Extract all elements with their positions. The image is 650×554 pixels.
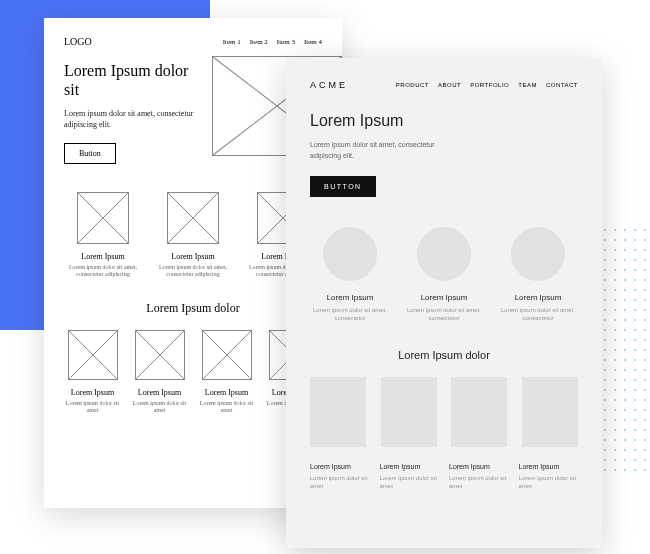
grid-item-title: Lorem Ipsum (64, 388, 121, 397)
grid-item: Lorem Ipsum Lorem ipsum dolor sit amet (64, 330, 121, 414)
nav-item[interactable]: Item 3 (277, 38, 295, 46)
mockup-card: ACME PRODUCT ABOUT PORTFOLIO TEAM CONTAC… (286, 58, 602, 548)
circle-placeholder-icon (323, 227, 377, 281)
nav-item[interactable]: Item 4 (304, 38, 322, 46)
feature-item: Lorem Ipsum Lorem ipsum dolor sit amet, … (404, 227, 484, 323)
rect-placeholder-icon (310, 377, 366, 447)
grid-item-sub: Lorem ipsum dolor sit amet (519, 474, 579, 491)
hero-subtitle: Lorem ipsum dolor sit amet, consectetur … (310, 140, 460, 161)
mockup-grid-row (310, 377, 578, 447)
rect-placeholder-icon (451, 377, 507, 447)
mockup-features-row: Lorem Ipsum Lorem ipsum dolor sit amet, … (310, 227, 578, 323)
image-placeholder-icon (77, 192, 129, 244)
grid-item-sub: Lorem ipsum dolor sit amet (64, 400, 121, 414)
hero-title: Lorem Ipsum dolor sit (64, 61, 194, 99)
rect-placeholder-icon (381, 377, 437, 447)
feature-item: Lorem Ipsum Lorem ipsum dolor sit amet, … (498, 227, 578, 323)
grid-item-sub: Lorem ipsum dolor sit amet (198, 400, 255, 414)
circle-placeholder-icon (511, 227, 565, 281)
mockup-grid-captions: Lorem Ipsum Lorem ipsum dolor sit amet L… (310, 463, 578, 491)
grid-item: Lorem Ipsum Lorem ipsum dolor sit amet (519, 463, 579, 491)
grid-item: Lorem Ipsum Lorem ipsum dolor sit amet (198, 330, 255, 414)
grid-item-title: Lorem Ipsum (310, 463, 370, 470)
feature-title: Lorem Ipsum (64, 252, 142, 261)
wireframe-features-row: Lorem Ipsum Lorem ipsum dolor sit amet, … (64, 192, 322, 278)
feature-sub: Lorem ipsum dolor sit amet, consectetur … (64, 264, 142, 278)
nav-item[interactable]: ABOUT (438, 82, 461, 88)
feature-sub: Lorem ipsum dolor sit amet, consectetur (498, 306, 578, 323)
grid-item-title: Lorem Ipsum (519, 463, 579, 470)
grid-item-sub: Lorem ipsum dolor sit amet (310, 474, 370, 491)
grid-item: Lorem Ipsum Lorem ipsum dolor sit amet (131, 330, 188, 414)
grid-item: Lorem Ipsum Lorem ipsum dolor sit amet (449, 463, 509, 491)
hero-button[interactable]: Button (64, 143, 116, 164)
section-title: Lorem Ipsum dolor (64, 301, 322, 316)
hero-button[interactable]: BUTTON (310, 176, 376, 197)
feature-item: Lorem Ipsum Lorem ipsum dolor sit amet, … (64, 192, 142, 278)
wireframe-logo: LOGO (64, 36, 92, 47)
grid-item: Lorem Ipsum Lorem ipsum dolor sit amet (380, 463, 440, 491)
feature-sub: Lorem ipsum dolor sit amet, consectetur (310, 306, 390, 323)
feature-sub: Lorem ipsum dolor sit amet, consectetur (404, 306, 484, 323)
wireframe-hero: Lorem Ipsum dolor sit Lorem ipsum dolor … (64, 61, 322, 164)
hero-title: Lorem Ipsum (310, 112, 578, 130)
nav-item[interactable]: TEAM (518, 82, 537, 88)
grid-item-title: Lorem Ipsum (131, 388, 188, 397)
grid-item-sub: Lorem ipsum dolor sit amet (449, 474, 509, 491)
feature-title: Lorem Ipsum (498, 293, 578, 302)
nav-item[interactable]: Item 1 (223, 38, 241, 46)
grid-item-sub: Lorem ipsum dolor sit amet (380, 474, 440, 491)
nav-item[interactable]: CONTACT (546, 82, 578, 88)
mockup-header: ACME PRODUCT ABOUT PORTFOLIO TEAM CONTAC… (310, 80, 578, 90)
feature-title: Lorem Ipsum (154, 252, 232, 261)
image-placeholder-icon (167, 192, 219, 244)
grid-item: Lorem Ipsum Lorem ipsum dolor sit amet (310, 463, 370, 491)
image-placeholder-icon (135, 330, 185, 380)
wireframe-header: LOGO Item 1 Item 2 Item 3 Item 4 (64, 36, 322, 47)
image-placeholder-icon (202, 330, 252, 380)
grid-item-sub: Lorem ipsum dolor sit amet (131, 400, 188, 414)
mockup-nav: PRODUCT ABOUT PORTFOLIO TEAM CONTACT (396, 82, 578, 88)
feature-item: Lorem Ipsum Lorem ipsum dolor sit amet, … (310, 227, 390, 323)
feature-item: Lorem Ipsum Lorem ipsum dolor sit amet, … (154, 192, 232, 278)
mockup-logo: ACME (310, 80, 348, 90)
nav-item[interactable]: PRODUCT (396, 82, 429, 88)
grid-item-title: Lorem Ipsum (198, 388, 255, 397)
circle-placeholder-icon (417, 227, 471, 281)
hero-subtitle: Lorem ipsum dolor sit amet, consectetur … (64, 109, 204, 130)
grid-item-title: Lorem Ipsum (449, 463, 509, 470)
feature-title: Lorem Ipsum (310, 293, 390, 302)
rect-placeholder-icon (522, 377, 578, 447)
nav-item[interactable]: PORTFOLIO (470, 82, 509, 88)
wireframe-nav: Item 1 Item 2 Item 3 Item 4 (223, 38, 322, 46)
nav-item[interactable]: Item 2 (250, 38, 268, 46)
image-placeholder-icon (68, 330, 118, 380)
section-title: Lorem Ipsum dolor (310, 349, 578, 361)
feature-title: Lorem Ipsum (404, 293, 484, 302)
feature-sub: Lorem ipsum dolor sit amet, consectetur … (154, 264, 232, 278)
wireframe-grid-row: Lorem Ipsum Lorem ipsum dolor sit amet L… (64, 330, 322, 414)
grid-item-title: Lorem Ipsum (380, 463, 440, 470)
